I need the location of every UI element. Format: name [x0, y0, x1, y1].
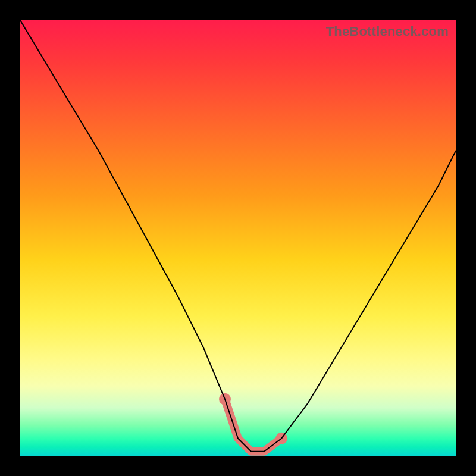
chart-svg	[20, 20, 456, 456]
chart-frame: TheBottleneck.com	[0, 0, 476, 476]
plot-area: TheBottleneck.com	[20, 20, 456, 456]
bottleneck-curve	[20, 20, 456, 452]
